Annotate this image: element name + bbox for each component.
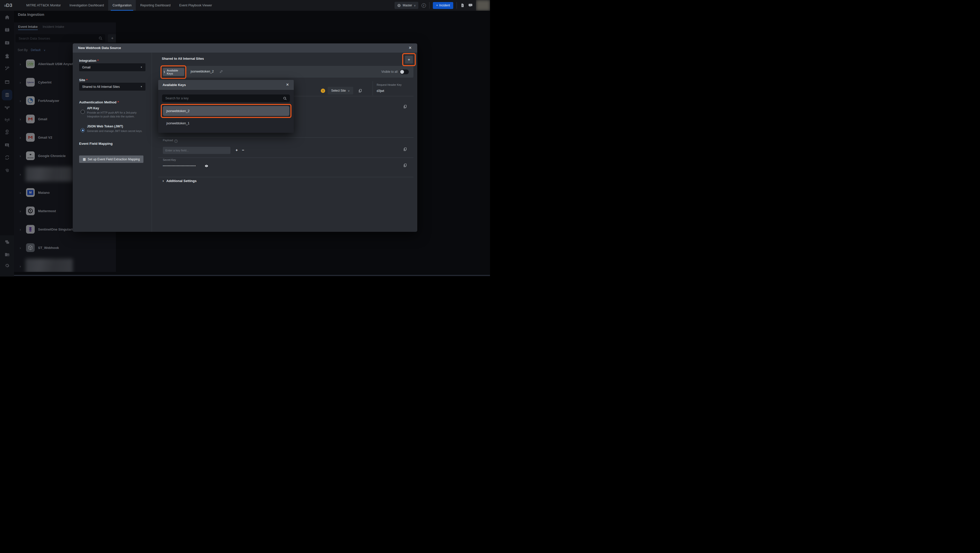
request-header-key-value: d3jwt (377, 89, 384, 93)
modal-left-column: Integration* Gmail ▼ Site* Shared to All… (73, 53, 152, 232)
warning-icon: ! (321, 89, 325, 93)
column-divider (372, 81, 373, 96)
annotation-box-add-key (402, 53, 416, 66)
copy-icon[interactable] (403, 104, 407, 109)
chevron-down-icon: ∨ (414, 4, 416, 7)
site-scope-dropdown[interactable]: Master ∨ (395, 2, 418, 9)
integration-label: Integration* (79, 59, 99, 62)
key-item-jsonwebtoken-1[interactable]: jsonwebtoken_1 (166, 121, 189, 125)
info-icon[interactable]: i (422, 3, 426, 8)
jwt-option-desc: Generate and manage JWT token secret key… (87, 129, 153, 133)
help-icon[interactable]: ? (174, 139, 178, 143)
divider (457, 2, 457, 9)
site-scope-value: Master (403, 3, 412, 7)
avatar-blurred-image (476, 0, 490, 11)
top-navbar: ≡ D3 MITRE ATT&CK Monitor Investigation … (0, 0, 490, 11)
popup-title: Available Keys (162, 83, 186, 87)
new-incident-button[interactable]: + Incident (433, 2, 453, 9)
event-field-mapping-heading: Event Field Mapping (79, 142, 113, 145)
shared-sites-heading: Shared to All Internal Sites (162, 57, 204, 61)
integration-select[interactable]: Gmail ▼ (79, 63, 145, 71)
caret-down-icon: ▼ (140, 66, 142, 69)
secret-key-label: Secret Key (163, 158, 176, 161)
caret-down-icon: ▼ (140, 86, 142, 88)
popup-header: Available Keys ✕ (158, 80, 294, 90)
search-icon (283, 96, 287, 100)
plus-icon: + (436, 3, 438, 7)
api-key-radio[interactable] (81, 110, 85, 114)
nav-item-investigation-dashboard[interactable]: Investigation Dashboard (65, 0, 108, 11)
site-select[interactable]: Shared to All Internal Sites ▼ (79, 83, 145, 91)
copy-icon[interactable] (403, 163, 407, 168)
popup-body: jsonwebtoken_2 jsonwebtoken_1 (158, 90, 294, 133)
modal-title: New Webhook Data Source (78, 46, 121, 50)
visible-to-all-label: Visible to all (381, 70, 398, 73)
section-divider (158, 158, 414, 158)
annotation-box-available-keys (161, 65, 186, 79)
nav-right-controls: Master ∨ i + Incident (395, 0, 490, 11)
payload-key-field-input[interactable] (163, 147, 231, 154)
nav-menu: MITRE ATT&CK Monitor Investigation Dashb… (22, 0, 216, 11)
add-field-button[interactable]: + (235, 148, 238, 152)
remove-field-button[interactable]: − (242, 148, 244, 152)
nav-item-mitre-attck-monitor[interactable]: MITRE ATT&CK Monitor (22, 0, 65, 11)
token-tab-jsonwebtoken-2[interactable]: jsonwebtoken_2 (191, 70, 213, 73)
table-icon: ▦ (83, 157, 86, 161)
divider (429, 2, 430, 9)
chat-icon[interactable] (468, 3, 473, 8)
close-icon[interactable]: ✕ (286, 83, 289, 86)
nav-item-configuration[interactable]: Configuration (108, 0, 136, 11)
d3-logo: ≡ D3 (4, 3, 12, 8)
annotation-box-selected-key (161, 104, 291, 118)
release-notes-icon[interactable] (460, 3, 465, 8)
show-secret-eye-icon[interactable] (204, 164, 208, 168)
setup-field-extraction-button[interactable]: ▦ Set up Event Field Extraction Mapping (79, 156, 143, 163)
copy-icon[interactable] (358, 88, 363, 93)
nav-item-reporting-dashboard[interactable]: Reporting Dashboard (136, 0, 175, 11)
app-root: ≡ D3 MITRE ATT&CK Monitor Investigation … (0, 0, 490, 276)
jwt-radio[interactable] (81, 128, 85, 132)
close-icon[interactable]: ✕ (409, 46, 412, 50)
request-header-key-label: Request Header Key (377, 83, 401, 86)
token-tab-bar: jsonwebtoken_2 Visible to all (186, 66, 414, 78)
chevron-right-icon: › (162, 179, 164, 183)
nav-item-event-playbook-viewer[interactable]: Event Playbook Viewer (175, 0, 216, 11)
required-asterisk: * (118, 100, 119, 104)
user-avatar[interactable] (476, 0, 490, 11)
toggle-knob (400, 70, 404, 74)
key-search-input[interactable] (162, 94, 290, 102)
payload-label: Payload? (163, 139, 178, 143)
secret-key-masked-value: •••••••••••••••••••••••••• (163, 164, 196, 167)
auth-method-label: Authentication Method* (79, 100, 119, 104)
api-key-option-title[interactable]: API Key (87, 107, 99, 110)
edit-pencil-icon[interactable] (220, 69, 223, 73)
available-keys-popup: Available Keys ✕ jsonwebtoken_2 jsonwebt… (158, 80, 294, 133)
required-asterisk: * (97, 59, 99, 62)
section-divider (158, 177, 414, 177)
jwt-option-title[interactable]: JSON Web Token (JWT) (87, 124, 123, 128)
api-key-option-desc: Provide an HTTP push API for a 3rd-party… (87, 111, 145, 118)
site-label: Site* (79, 78, 88, 82)
visible-to-all-toggle[interactable] (400, 69, 409, 74)
d3-logo-icon: ≡ (4, 3, 6, 8)
required-asterisk: * (86, 78, 88, 82)
new-webhook-data-source-modal: New Webhook Data Source ✕ Integration* G… (73, 43, 417, 232)
select-site-dropdown[interactable]: Select Site ∨ (328, 87, 353, 94)
modal-header: New Webhook Data Source ✕ (73, 43, 417, 53)
additional-settings-toggle[interactable]: › Additional Settings (162, 179, 197, 183)
chevron-down-icon: ∨ (348, 89, 350, 92)
section-divider (158, 137, 414, 138)
globe-icon (397, 3, 401, 7)
copy-icon[interactable] (403, 147, 407, 151)
